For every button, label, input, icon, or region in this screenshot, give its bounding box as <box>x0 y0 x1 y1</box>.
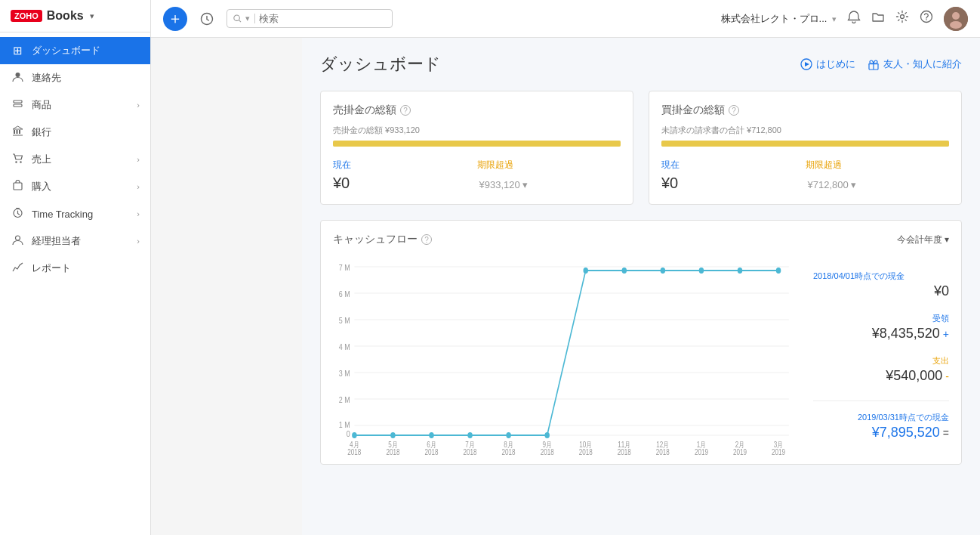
payables-dropdown-icon[interactable]: ▾ <box>851 179 856 190</box>
receivables-subtitle: 売掛金の総額 ¥933,120 <box>333 125 621 136</box>
avatar[interactable] <box>944 7 968 31</box>
svg-rect-8 <box>14 183 22 190</box>
sidebar-item-label: 売上 <box>32 153 51 166</box>
legend-start-date: 2018/04/01時点での現金 <box>813 271 949 282</box>
reports-icon <box>11 261 24 275</box>
sidebar-item-label: Time Tracking <box>32 209 93 220</box>
svg-text:2018: 2018 <box>656 448 670 456</box>
search-filter-icon[interactable]: ▾ <box>245 14 255 23</box>
receivables-current: 現在 ¥0 <box>333 159 477 192</box>
get-started-link[interactable]: はじめに <box>800 57 855 71</box>
legend-paid-label: 支出 <box>813 355 949 366</box>
sidebar-item-label: ダッシュボード <box>32 44 100 57</box>
sidebar-nav: ⊞ ダッシュボード 連絡先 商品 › 銀行 売上 › <box>0 32 150 535</box>
timetracking-chevron-icon: › <box>137 209 140 218</box>
refer-link[interactable]: 友人・知人に紹介 <box>868 57 962 71</box>
period-chevron-icon: ▾ <box>945 234 949 245</box>
receivables-overdue-label: 期限超過 <box>477 159 621 172</box>
payables-card: 買掛金の総額 ? 未請求の請求書の合計 ¥712,800 現在 ¥0 期限超過 … <box>649 91 962 205</box>
svg-point-15 <box>921 11 932 23</box>
purchases-chevron-icon: › <box>137 182 140 191</box>
timetracking-icon <box>11 207 24 221</box>
payables-overdue: 期限超過 ¥712,800▾ <box>806 159 950 192</box>
zoho-brand: ZOHO <box>11 10 42 22</box>
svg-text:2018: 2018 <box>386 448 399 456</box>
items-chevron-icon: › <box>137 101 140 110</box>
receivables-overdue-value: ¥933,120▾ <box>477 175 621 192</box>
sidebar-item-dashboard[interactable]: ⊞ ダッシュボード <box>0 37 150 64</box>
payables-info-icon[interactable]: ? <box>729 105 739 116</box>
folder-button[interactable] <box>871 10 885 27</box>
accountant-chevron-icon: › <box>137 237 140 246</box>
settings-button[interactable] <box>895 10 909 27</box>
cashflow-chart: 7 M 6 M 5 M 4 M 3 M 2 M 1 M 0 <box>333 255 798 452</box>
page-header: ダッシュボード はじめに 友人・知人に紹介 <box>320 53 962 76</box>
legend-start-amount: ¥0 <box>813 283 949 299</box>
svg-text:2018: 2018 <box>541 448 554 456</box>
legend-start: 2018/04/01時点での現金 ¥0 <box>813 271 949 299</box>
svg-point-0 <box>15 73 20 77</box>
legend-end: 2019/03/31時点での現金 ¥7,895,520 = <box>813 412 949 441</box>
cashflow-legend: 2018/04/01時点での現金 ¥0 受領 ¥8,435,520 + 支出 ¥… <box>798 255 949 452</box>
gift-icon <box>868 58 880 70</box>
receivables-progress <box>333 141 621 147</box>
svg-point-39 <box>352 432 356 438</box>
svg-point-46 <box>622 268 627 274</box>
notifications-button[interactable] <box>847 10 861 27</box>
payables-progress-bar <box>661 141 949 147</box>
legend-paid-amount: ¥540,000 - <box>813 368 949 384</box>
add-button[interactable]: ＋ <box>163 7 187 31</box>
legend-received-amount: ¥8,435,520 + <box>813 326 949 342</box>
legend-end-amount: ¥7,895,520 <box>872 425 940 441</box>
main-content: ダッシュボード はじめに 友人・知人に紹介 売掛金の総額 ? 売掛金の総額 ¥9… <box>302 38 980 535</box>
items-icon <box>11 98 24 112</box>
legend-plus-icon: + <box>943 328 949 340</box>
purchases-icon <box>11 180 24 193</box>
logo-chevron-icon[interactable]: ▾ <box>90 11 94 21</box>
legend-received: 受領 ¥8,435,520 + <box>813 313 949 342</box>
help-button[interactable] <box>920 10 933 27</box>
sidebar-item-timetracking[interactable]: Time Tracking › <box>0 200 150 227</box>
search-icon <box>233 14 242 23</box>
svg-text:2018: 2018 <box>618 448 631 456</box>
cashflow-content: 7 M 6 M 5 M 4 M 3 M 2 M 1 M 0 <box>333 255 949 452</box>
svg-line-13 <box>239 20 240 22</box>
sidebar-item-contacts[interactable]: 連絡先 <box>0 64 150 91</box>
svg-text:2018: 2018 <box>424 448 438 456</box>
sidebar-logo[interactable]: ZOHO Books ▾ <box>0 0 150 32</box>
svg-rect-2 <box>14 104 22 107</box>
svg-point-41 <box>429 432 433 438</box>
sidebar-item-label: 経理担当者 <box>32 234 81 248</box>
receivables-card: 売掛金の総額 ? 売掛金の総額 ¥933,120 現在 ¥0 期限超過 ¥933… <box>320 91 633 205</box>
header: ＋ ▾ 株式会社レクト・プロ... ▾ <box>151 0 980 38</box>
legend-received-label: 受領 <box>813 313 949 324</box>
sidebar-item-purchases[interactable]: 購入 › <box>0 173 150 200</box>
banking-icon <box>11 125 24 139</box>
svg-point-12 <box>234 15 239 20</box>
svg-point-16 <box>926 19 927 20</box>
svg-point-43 <box>506 432 510 438</box>
svg-marker-21 <box>805 62 809 66</box>
receivables-amounts: 現在 ¥0 期限超過 ¥933,120▾ <box>333 159 621 192</box>
sidebar-item-reports[interactable]: レポート <box>0 255 150 282</box>
period-selector[interactable]: 今会計年度 ▾ <box>897 233 949 246</box>
receivables-info-icon[interactable]: ? <box>400 105 411 116</box>
search-input[interactable] <box>259 13 386 24</box>
sidebar-item-label: 銀行 <box>32 125 51 139</box>
cashflow-info-icon[interactable]: ? <box>421 234 432 245</box>
history-button[interactable] <box>195 7 219 31</box>
company-name[interactable]: 株式会社レクト・プロ... ▾ <box>721 12 837 26</box>
sidebar-item-banking[interactable]: 銀行 <box>0 119 150 146</box>
sidebar-item-items[interactable]: 商品 › <box>0 91 150 119</box>
payables-overdue-value: ¥712,800▾ <box>806 175 950 192</box>
search-bar[interactable]: ▾ <box>227 9 393 28</box>
receivables-current-value: ¥0 <box>333 175 477 192</box>
legend-equals-icon: = <box>943 427 949 439</box>
cashflow-card: キャッシュフロー ? 今会計年度 ▾ 7 M 6 M 5 M 4 M 3 M 2… <box>320 220 962 465</box>
svg-text:2018: 2018 <box>502 448 516 456</box>
receivables-dropdown-icon[interactable]: ▾ <box>522 179 528 190</box>
sidebar-item-accountant[interactable]: 経理担当者 › <box>0 227 150 255</box>
sidebar-item-sales[interactable]: 売上 › <box>0 146 150 173</box>
payables-title: 買掛金の総額 ? <box>661 104 949 117</box>
sales-icon <box>11 153 24 166</box>
